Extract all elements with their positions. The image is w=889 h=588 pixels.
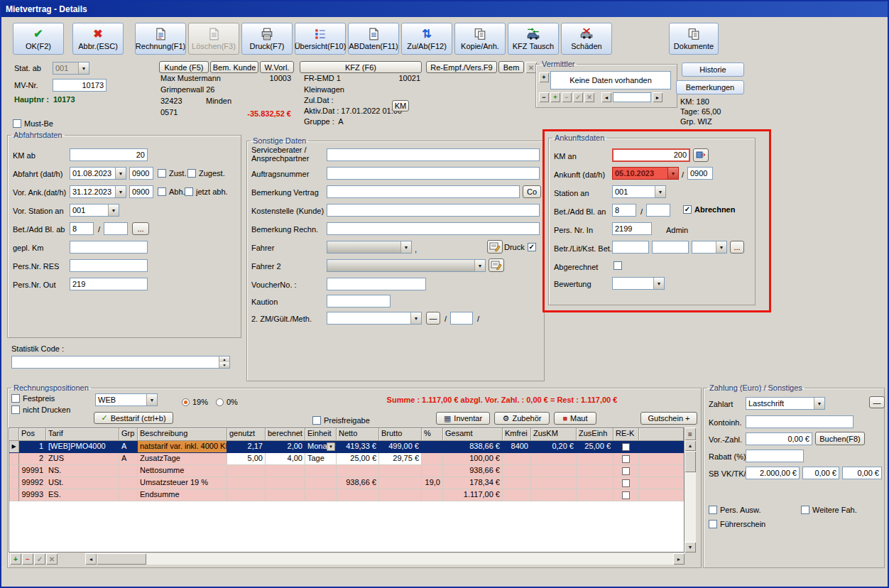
vertical-scrollbar[interactable]: ≡ ▲ ▼ xyxy=(685,428,696,552)
dropdown-arrow-icon[interactable] xyxy=(410,312,421,324)
scroll-right-button[interactable]: ► xyxy=(673,553,685,565)
invoice-button[interactable]: Rechnung(F1) xyxy=(135,23,186,55)
cell-genutzt[interactable] xyxy=(227,489,266,501)
auftragsnummer-field[interactable] xyxy=(327,167,540,180)
cell-einheit[interactable]: Tage xyxy=(305,453,337,465)
checkbox-box[interactable] xyxy=(683,205,692,214)
cell-kmfrei[interactable]: 8400 xyxy=(503,441,531,453)
horizontal-scrollbar-thumb[interactable] xyxy=(97,553,146,565)
spinner-icon[interactable]: ▲▼ xyxy=(219,356,229,368)
vat-0-radio[interactable]: 0% xyxy=(216,398,238,406)
cell-kmfrei[interactable] xyxy=(503,477,531,489)
row-add-button[interactable]: + xyxy=(10,553,21,565)
cell-zuseinh[interactable]: 25,00 € xyxy=(577,441,613,453)
besttarif-button[interactable]: ✓ Besttarif (ctrl+b) xyxy=(94,412,173,424)
cell-netto[interactable]: 938,66 € xyxy=(337,477,379,489)
row-selector[interactable] xyxy=(9,489,19,501)
buchen-button[interactable]: Buchen(F8) xyxy=(815,432,865,445)
cell-grp[interactable] xyxy=(119,477,138,489)
cell-tarif[interactable]: [WEB]PMO4000 xyxy=(46,441,119,453)
cell-brutto[interactable] xyxy=(379,477,422,489)
cell-gesamt[interactable]: 838,66 € xyxy=(443,441,503,453)
fahrer2-combo[interactable] xyxy=(327,259,486,272)
fahrer2-edit-button[interactable] xyxy=(489,258,504,272)
wvorl-button[interactable]: W.Vorl. xyxy=(260,61,294,73)
fahrer-combo[interactable] xyxy=(327,241,412,254)
cell-genutzt[interactable] xyxy=(227,477,266,489)
scrollbar-track[interactable] xyxy=(685,472,696,542)
cell-gesamt[interactable]: 178,34 € xyxy=(443,477,503,489)
cell-brutto[interactable]: 29,75 € xyxy=(379,453,422,465)
re-k-checkbox[interactable] xyxy=(622,443,630,451)
copy-attach-button[interactable]: Kopie/Anh. xyxy=(454,23,506,55)
row-confirm-button[interactable]: ✓ xyxy=(34,553,45,565)
dropdown-arrow-icon[interactable] xyxy=(108,205,119,216)
cell-zuskm[interactable] xyxy=(531,489,577,501)
dropdown-arrow-icon[interactable] xyxy=(146,394,157,405)
dropdown-arrow-icon[interactable] xyxy=(655,186,665,197)
cell-berechnet[interactable] xyxy=(266,477,305,489)
cell-pos[interactable]: 99992 xyxy=(19,477,46,489)
kunde-button[interactable]: Kunde (F5) xyxy=(159,61,209,73)
cell-tarif[interactable]: ZUS xyxy=(46,453,119,465)
damages-button[interactable]: Schäden xyxy=(561,23,612,55)
cell-zuskm[interactable] xyxy=(531,465,577,477)
vermittler-minus-button[interactable]: − xyxy=(562,92,572,102)
vor-ank-time-field[interactable]: 0900 xyxy=(129,185,153,198)
cell-berechnet[interactable] xyxy=(266,489,305,501)
cell-zuseinh[interactable] xyxy=(577,465,613,477)
sb-field-2[interactable]: 0,00 € xyxy=(802,467,839,479)
row-remove-button[interactable]: − xyxy=(22,553,33,565)
zm-dash-button[interactable]: — xyxy=(426,312,440,325)
weitere-fah-checkbox[interactable]: Weitere Fah. xyxy=(801,506,857,514)
cell-netto[interactable]: 25,00 € xyxy=(337,453,379,465)
cell-re-k[interactable] xyxy=(613,441,639,453)
unit-dropdown-icon[interactable]: ▼ xyxy=(327,442,335,451)
column-header[interactable]: ZusEinh xyxy=(577,428,613,441)
km-an-field[interactable]: 200 xyxy=(612,148,690,162)
kontoinh-field[interactable] xyxy=(746,415,853,428)
jetzt-abh-checkbox[interactable]: jetzt abh. xyxy=(185,187,228,196)
vor-ank-date-combo[interactable]: 31.12.2023 xyxy=(70,185,126,198)
historie-button[interactable]: Historie xyxy=(682,62,744,77)
row-selector[interactable]: ▶ xyxy=(9,441,19,453)
sb-field-3[interactable]: 0,00 € xyxy=(842,467,882,479)
cell-re-k[interactable] xyxy=(613,453,639,465)
row-selector[interactable] xyxy=(9,477,19,489)
zahlart-dash-button[interactable]: — xyxy=(869,396,885,408)
abfahrt-time-field[interactable]: 0900 xyxy=(129,167,153,180)
scroll-left-button[interactable]: ◄ xyxy=(85,553,97,565)
dropdown-arrow-icon[interactable] xyxy=(667,168,678,179)
statistik-code-combo[interactable]: ▲▼ xyxy=(11,356,230,369)
cell-kmfrei[interactable] xyxy=(503,453,531,465)
cell-beschreibung[interactable]: ZusatzTage xyxy=(138,453,227,465)
km-button[interactable]: KM xyxy=(392,100,409,111)
column-header[interactable]: Tarif xyxy=(46,428,119,441)
dropdown-arrow-icon[interactable] xyxy=(400,241,411,253)
zm-combo[interactable] xyxy=(327,312,422,325)
druck-checkbox[interactable]: Druck xyxy=(504,243,536,251)
vor-station-combo[interactable]: 001 xyxy=(70,204,119,217)
cell-brutto[interactable]: 499,00 € xyxy=(379,441,422,453)
checkbox-box[interactable] xyxy=(13,119,21,128)
dropdown-arrow-icon[interactable] xyxy=(653,278,664,289)
cell-re-k[interactable] xyxy=(613,489,639,501)
bet-ab-field-1[interactable]: 8 xyxy=(70,222,94,235)
vermittler-add-button[interactable]: + xyxy=(539,72,549,82)
bet-an-field-2[interactable] xyxy=(646,204,670,217)
betr-combo[interactable] xyxy=(692,241,727,254)
bet-ab-ellipsis-button[interactable]: ... xyxy=(132,222,149,235)
checkbox-box[interactable] xyxy=(158,169,166,178)
zugest-checkbox[interactable]: Zugest. xyxy=(187,169,225,178)
row-selector[interactable] xyxy=(9,465,19,477)
cell-tarif[interactable]: ES. xyxy=(46,489,119,501)
print-button[interactable]: Druck(F7) xyxy=(241,23,293,55)
column-header[interactable]: Netto xyxy=(337,428,379,441)
bemerkungen-button[interactable]: Bemerkungen xyxy=(676,80,744,94)
voucher-field[interactable] xyxy=(327,278,426,290)
column-header[interactable]: RE-K xyxy=(613,428,639,441)
zm-field[interactable] xyxy=(450,312,473,325)
checkbox-box[interactable] xyxy=(11,405,20,414)
festpreis-checkbox[interactable]: Festpreis xyxy=(11,394,55,403)
kaution-field[interactable] xyxy=(327,295,391,307)
